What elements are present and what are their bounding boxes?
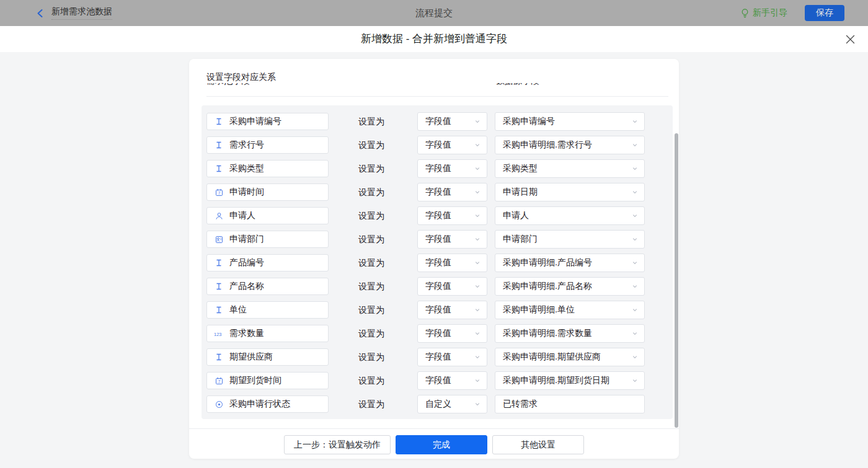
beginner-guide-link[interactable]: 新手引导	[740, 7, 787, 19]
pool-field[interactable]: 采购申请行状态	[206, 395, 329, 413]
header-divider	[206, 96, 668, 97]
dialog-body: 设置字段对应关系 需求池字段 数据源字段 采购申请编号 设置为 字段值 采购申请…	[0, 52, 868, 468]
svg-text:7: 7	[218, 379, 220, 384]
set-as-label: 设置为	[358, 251, 384, 275]
calendar-icon: 7	[214, 188, 224, 196]
chevron-down-icon	[632, 376, 638, 386]
previous-step-button[interactable]: 上一步：设置触发动作	[284, 435, 391, 454]
chevron-down-icon	[632, 164, 638, 174]
dialog-header: 新增数据 - 合并新增到普通字段	[0, 26, 868, 52]
chevron-down-icon	[632, 140, 638, 150]
chevron-down-icon	[474, 117, 480, 126]
text-icon	[214, 353, 224, 361]
chevron-down-icon	[474, 329, 480, 338]
value-mode-select[interactable]: 自定义	[417, 395, 487, 413]
value-source-select[interactable]: 采购申请明细.需求行号	[495, 136, 645, 154]
value-mode-select[interactable]: 字段值	[417, 277, 487, 296]
pool-field[interactable]: 产品编号	[206, 254, 329, 272]
value-mode-select[interactable]: 字段值	[417, 254, 487, 272]
pool-field[interactable]: 采购类型	[206, 160, 329, 177]
pool-field[interactable]: 采购申请编号	[206, 113, 329, 130]
column-headers-clipped: 需求池字段 数据源字段	[206, 83, 668, 89]
pool-field[interactable]: 单位	[206, 301, 329, 319]
chevron-down-icon	[474, 305, 480, 315]
set-as-label: 设置为	[358, 204, 384, 227]
set-as-label: 设置为	[358, 227, 384, 251]
footer-divider	[189, 428, 679, 429]
chevron-down-icon	[474, 376, 480, 386]
chevron-down-icon	[632, 117, 638, 126]
value-mode-select[interactable]: 字段值	[417, 206, 487, 225]
value-source-select[interactable]: 采购类型	[495, 159, 645, 178]
chevron-down-icon	[632, 187, 638, 197]
pool-field[interactable]: 123 需求数量	[206, 325, 329, 342]
mapping-rows-panel: 采购申请编号 设置为 字段值 采购申请编号 需求行号 设置为 字段值 采购申请明…	[202, 105, 673, 419]
value-mode-select[interactable]: 字段值	[417, 348, 487, 366]
chevron-down-icon	[632, 211, 638, 221]
value-source-select[interactable]: 采购申请编号	[495, 112, 645, 131]
mapping-row: 采购申请编号 设置为 字段值 采购申请编号	[202, 110, 673, 133]
finish-button[interactable]: 完成	[396, 435, 487, 454]
set-as-label: 设置为	[358, 180, 384, 204]
value-source-select[interactable]: 申请日期	[495, 183, 645, 201]
mapping-row: 产品编号 设置为 字段值 采购申请明细.产品编号	[202, 251, 673, 275]
chevron-down-icon	[632, 258, 638, 268]
value-source-select[interactable]: 申请部门	[495, 230, 645, 249]
other-settings-button[interactable]: 其他设置	[492, 435, 584, 454]
flow-title: 流程提交	[0, 7, 868, 19]
mapping-row: 采购申请行状态 设置为 自定义 已转需求	[202, 392, 673, 416]
value-mode-select[interactable]: 字段值	[417, 183, 487, 201]
mapping-row: 123 需求数量 设置为 字段值 采购申请明细.需求数量	[202, 322, 673, 345]
value-source-select[interactable]: 申请人	[495, 206, 645, 225]
radio-icon	[214, 400, 224, 408]
custom-value-input[interactable]: 已转需求	[495, 395, 645, 413]
vertical-scrollbar-thumb[interactable]	[675, 133, 678, 428]
svg-text:7: 7	[218, 191, 220, 195]
value-source-select[interactable]: 采购申请明细.产品名称	[495, 277, 645, 296]
pool-field[interactable]: 申请人	[206, 207, 329, 224]
user-icon	[214, 212, 224, 220]
mapping-row: 采购类型 设置为 字段值 采购类型	[202, 157, 673, 180]
chevron-down-icon	[474, 164, 480, 174]
pool-field[interactable]: 期望供应商	[206, 348, 329, 366]
chevron-down-icon	[632, 234, 638, 244]
value-mode-select[interactable]: 字段值	[417, 301, 487, 319]
chevron-down-icon	[632, 281, 638, 291]
text-icon	[214, 165, 224, 172]
mapping-row: 7 申请时间 设置为 字段值 申请日期	[202, 180, 673, 204]
mapping-row: 7 期望到货时间 设置为 字段值 采购申请明细.期望到货日期	[202, 369, 673, 392]
svg-text:123: 123	[214, 332, 222, 337]
value-source-select[interactable]: 采购申请明细.期望到货日期	[495, 371, 645, 390]
text-icon	[214, 118, 224, 125]
chevron-down-icon	[474, 234, 480, 244]
close-icon[interactable]	[844, 33, 856, 45]
value-mode-select[interactable]: 字段值	[417, 159, 487, 178]
value-mode-select[interactable]: 字段值	[417, 230, 487, 249]
save-button[interactable]: 保存	[805, 5, 844, 21]
mapping-row: 期望供应商 设置为 字段值 采购申请明细.期望供应商	[202, 345, 673, 369]
chevron-down-icon	[474, 281, 480, 291]
value-source-select[interactable]: 采购申请明细.单位	[495, 301, 645, 319]
number-icon: 123	[214, 330, 224, 337]
set-as-label: 设置为	[358, 133, 384, 157]
value-source-select[interactable]: 采购申请明细.产品编号	[495, 254, 645, 272]
pool-field[interactable]: 产品名称	[206, 278, 329, 295]
pool-field[interactable]: 申请部门	[206, 231, 329, 248]
pool-field[interactable]: 7 期望到货时间	[206, 372, 329, 389]
dialog-title: 新增数据 - 合并新增到普通字段	[0, 26, 868, 52]
value-mode-select[interactable]: 字段值	[417, 371, 487, 390]
pool-field[interactable]: 7 申请时间	[206, 183, 329, 201]
set-as-label: 设置为	[358, 157, 384, 180]
value-mode-select[interactable]: 字段值	[417, 112, 487, 131]
value-source-select[interactable]: 采购申请明细.需求数量	[495, 324, 645, 343]
lightbulb-icon	[740, 8, 750, 19]
column-header-left: 需求池字段	[206, 83, 250, 87]
value-source-select[interactable]: 采购申请明细.期望供应商	[495, 348, 645, 366]
pool-field[interactable]: 需求行号	[206, 136, 329, 154]
text-icon	[214, 306, 224, 314]
department-icon	[214, 236, 224, 244]
field-mapping-card: 设置字段对应关系 需求池字段 数据源字段 采购申请编号 设置为 字段值 采购申请…	[189, 59, 679, 459]
value-mode-select[interactable]: 字段值	[417, 136, 487, 154]
value-mode-select[interactable]: 字段值	[417, 324, 487, 343]
set-as-label: 设置为	[358, 392, 384, 416]
